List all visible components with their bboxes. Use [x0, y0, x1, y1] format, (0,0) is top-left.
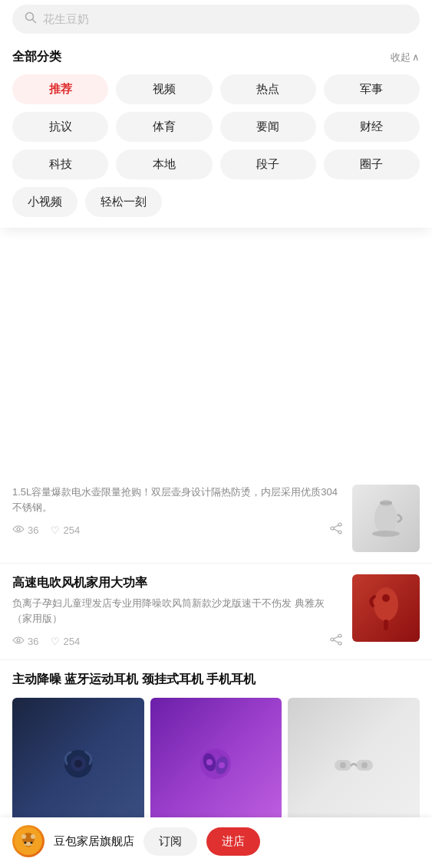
search-box[interactable]: 花生豆奶	[12, 5, 420, 34]
category-relax[interactable]: 轻松一刻	[85, 187, 162, 217]
likes-count-kettle: 254	[63, 524, 80, 536]
earphone-img-box-2	[150, 698, 282, 830]
svg-point-38	[361, 762, 368, 768]
share-button-kettle[interactable]	[329, 522, 343, 538]
dropdown-panel: 花生豆奶 全部分类 收起 ∧ 推荐 视频 热点 军事 抗议 体育 要闻 财经 科…	[0, 0, 432, 228]
categories-title: 全部分类	[12, 49, 61, 65]
categories-collapse-button[interactable]: 收起 ∧	[391, 51, 420, 64]
svg-point-24	[374, 587, 398, 621]
article-card-hairdryer: 高速电吹风机家用大功率 负离子孕妇儿童理发店专业用降噪吹风筒新款沙龙版速干不伤发…	[0, 564, 432, 660]
svg-line-22	[334, 636, 338, 639]
earphone-image-3	[288, 698, 420, 830]
heart-icon-kettle: ♡	[51, 524, 60, 536]
svg-point-26	[382, 594, 390, 602]
article-card-row: 1.5L容量爆款电水壶限量抢购！双层壶身设计隔热防烫，内层采用优质304不锈钢。…	[12, 485, 420, 552]
categories-section: 全部分类 收起 ∧ 推荐 视频 热点 军事 抗议 体育 要闻 财经 科技 本地 …	[0, 41, 432, 228]
svg-line-13	[334, 529, 338, 531]
categories-header: 全部分类 收起 ∧	[12, 49, 420, 65]
views-hairdryer: 36	[12, 636, 38, 647]
category-local[interactable]: 本地	[116, 150, 212, 179]
article-thumb-hairdryer	[352, 574, 420, 642]
kettle-image	[352, 485, 420, 552]
svg-point-41	[21, 834, 26, 839]
article-card-kettle: 1.5L容量爆款电水壶限量抢购！双层壶身设计隔热防烫，内层采用优质304不锈钢。…	[0, 474, 432, 564]
earphone-image-2	[150, 698, 282, 830]
svg-point-10	[338, 531, 341, 534]
svg-point-42	[31, 834, 35, 839]
subscribe-button[interactable]: 订阅	[143, 827, 197, 856]
svg-point-34	[219, 762, 225, 768]
svg-point-29	[74, 760, 82, 768]
svg-point-8	[17, 528, 20, 531]
earphone-image-1	[12, 698, 144, 830]
likes-kettle: ♡ 254	[51, 524, 80, 536]
search-container: 花生豆奶	[0, 0, 432, 41]
views-kettle: 36	[12, 524, 38, 536]
store-avatar	[12, 825, 45, 857]
svg-rect-16	[380, 501, 392, 505]
collapse-label: 收起	[391, 51, 411, 64]
svg-point-11	[331, 527, 334, 530]
article-desc-hairdryer: 负离子孕妇儿童理发店专业用降噪吹风筒新款沙龙版速干不伤发 典雅灰（家用版）	[12, 596, 343, 626]
category-military[interactable]: 军事	[324, 74, 420, 104]
article-title-hairdryer: 高速电吹风机家用大功率	[12, 574, 343, 591]
svg-point-18	[17, 639, 20, 642]
category-tech[interactable]: 科技	[12, 150, 108, 179]
store-name: 豆包家居旗舰店	[54, 834, 134, 847]
category-news[interactable]: 要闻	[220, 112, 316, 142]
chevron-up-icon: ∧	[412, 51, 420, 63]
svg-rect-25	[384, 620, 388, 630]
svg-line-12	[334, 525, 338, 528]
article-desc-kettle: 1.5L容量爆款电水壶限量抢购！双层壶身设计隔热防烫，内层采用优质304不锈钢。	[12, 485, 343, 515]
svg-point-17	[372, 531, 400, 537]
content-area: 1.5L容量爆款电水壶限量抢购！双层壶身设计隔热防烫，内层采用优质304不锈钢。…	[0, 474, 432, 868]
eye-icon	[12, 524, 25, 536]
share-button-hairdryer[interactable]	[329, 633, 343, 649]
categories-grid: 推荐 视频 热点 军事 抗议 体育 要闻 财经 科技 本地 段子 圈子	[12, 74, 420, 179]
svg-point-9	[338, 523, 341, 526]
article-stats-hairdryer: 36 ♡ 254	[12, 633, 343, 649]
article-content-hairdryer: 高速电吹风机家用大功率 负离子孕妇儿童理发店专业用降噪吹风筒新款沙龙版速干不伤发…	[12, 574, 343, 649]
earphone-img-box-3	[288, 698, 420, 830]
category-finance[interactable]: 财经	[324, 112, 420, 142]
svg-point-33	[206, 759, 213, 765]
views-count-hairdryer: 36	[28, 636, 38, 647]
earphone-img-box-1	[12, 698, 144, 830]
svg-point-20	[338, 642, 341, 645]
earphone-section-title: 主动降噪 蓝牙运动耳机 颈挂式耳机 手机耳机	[12, 671, 420, 688]
views-count-kettle: 36	[28, 524, 38, 536]
article-card-row-hairdryer: 高速电吹风机家用大功率 负离子孕妇儿童理发店专业用降噪吹风筒新款沙龙版速干不伤发…	[12, 574, 420, 649]
svg-point-37	[340, 762, 346, 768]
heart-icon-hairdryer: ♡	[51, 636, 60, 647]
category-sports[interactable]: 体育	[116, 112, 212, 142]
categories-last-row: 小视频 轻松一刻	[12, 187, 420, 217]
search-icon	[25, 12, 37, 27]
svg-line-7	[33, 20, 36, 23]
store-info: 豆包家居旗舰店	[54, 834, 134, 849]
svg-point-14	[374, 501, 397, 535]
svg-point-44	[25, 842, 27, 844]
category-shortvideo[interactable]: 小视频	[12, 187, 77, 217]
bottom-bar: 豆包家居旗舰店 订阅 进店	[0, 817, 432, 868]
category-protest[interactable]: 抗议	[12, 112, 108, 142]
category-hot[interactable]: 热点	[220, 74, 316, 104]
likes-count-hairdryer: 254	[63, 636, 80, 647]
category-jokes[interactable]: 段子	[220, 150, 316, 179]
article-thumb-kettle	[352, 485, 420, 552]
eye-icon-hairdryer	[12, 636, 25, 647]
article-stats-kettle: 36 ♡ 254	[12, 522, 343, 538]
article-content: 1.5L容量爆款电水壶限量抢购！双层壶身设计隔热防烫，内层采用优质304不锈钢。…	[12, 485, 343, 538]
hairdryer-image	[352, 574, 420, 642]
search-placeholder: 花生豆奶	[43, 12, 89, 27]
category-circle[interactable]: 圈子	[324, 150, 420, 179]
enter-store-button[interactable]: 进店	[206, 827, 260, 856]
category-recommend[interactable]: 推荐	[12, 74, 108, 104]
category-video[interactable]: 视频	[116, 74, 212, 104]
svg-point-45	[31, 842, 33, 844]
svg-line-23	[334, 640, 338, 643]
svg-point-21	[331, 638, 334, 641]
likes-hairdryer: ♡ 254	[51, 636, 80, 647]
svg-point-19	[338, 634, 341, 637]
